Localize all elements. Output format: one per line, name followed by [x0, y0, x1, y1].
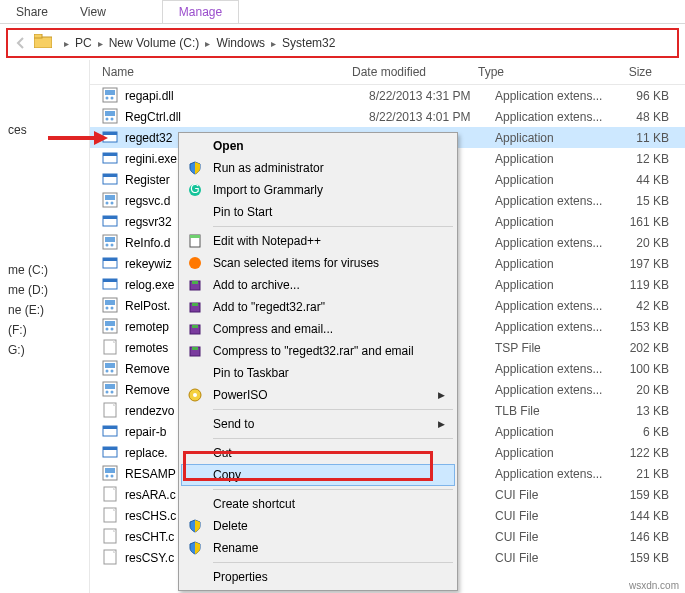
svg-point-5 [111, 97, 114, 100]
chevron-right-icon[interactable]: ▸ [271, 38, 276, 49]
tree-item[interactable]: (F:) [0, 320, 89, 340]
svg-point-8 [106, 118, 109, 121]
ctx-pin-start[interactable]: Pin to Start [181, 201, 455, 223]
svg-point-37 [111, 328, 114, 331]
file-icon [102, 360, 119, 377]
ctx-copy[interactable]: Copy [181, 464, 455, 486]
ctx-grammarly[interactable]: GImport to Grammarly [181, 179, 455, 201]
ctx-notepad[interactable]: Edit with Notepad++ [181, 230, 455, 252]
submenu-arrow-icon: ▶ [438, 390, 445, 400]
crumb-windows[interactable]: Windows [216, 36, 265, 50]
tree-item[interactable]: me (C:) [0, 260, 89, 280]
ctx-create-shortcut[interactable]: Create shortcut [181, 493, 455, 515]
svg-rect-3 [105, 90, 115, 95]
nav-tree[interactable]: ces me (C:) me (D:) ne (E:) (F:) G:) [0, 60, 90, 593]
tab-share[interactable]: Share [0, 1, 64, 23]
ctx-compress-email[interactable]: Compress and email... [181, 318, 455, 340]
file-row[interactable]: regapi.dll8/22/2013 4:31 PMApplication e… [90, 85, 685, 106]
file-size: 12 KB [619, 152, 679, 166]
column-headers[interactable]: Name Date modified Type Size [90, 60, 685, 85]
tree-item[interactable]: ne (E:) [0, 300, 89, 320]
ctx-scan[interactable]: Scan selected items for viruses [181, 252, 455, 274]
crumb-pc[interactable]: PC [75, 36, 92, 50]
crumb-volume[interactable]: New Volume (C:) [109, 36, 200, 50]
svg-point-25 [111, 244, 114, 247]
watermark: wsxdn.com [629, 580, 679, 591]
svg-rect-21 [103, 216, 117, 219]
back-arrow-icon[interactable] [12, 34, 30, 52]
ctx-archive[interactable]: Add to archive... [181, 274, 455, 296]
svg-text:G: G [190, 183, 199, 196]
svg-point-64 [189, 257, 201, 269]
svg-rect-66 [192, 281, 198, 284]
svg-point-32 [106, 307, 109, 310]
file-size: 13 KB [619, 404, 679, 418]
file-icon [102, 129, 119, 146]
shield-icon [185, 158, 205, 178]
file-size: 96 KB [619, 89, 679, 103]
file-size: 146 KB [619, 530, 679, 544]
file-size: 159 KB [619, 551, 679, 565]
header-name[interactable]: Name [102, 65, 352, 79]
svg-point-41 [106, 370, 109, 373]
file-type: Application [495, 425, 619, 439]
tree-item[interactable]: me (D:) [0, 280, 89, 300]
ribbon-tabs: Share View Manage [0, 0, 685, 24]
ctx-addto-rar[interactable]: Add to "regedt32.rar" [181, 296, 455, 318]
file-icon [102, 171, 119, 188]
file-date: 8/22/2013 4:01 PM [369, 110, 495, 124]
file-size: 144 KB [619, 509, 679, 523]
ctx-poweriso[interactable]: PowerISO▶ [181, 384, 455, 406]
file-size: 44 KB [619, 173, 679, 187]
file-type: Application extens... [495, 110, 619, 124]
winrar-icon [185, 275, 205, 295]
tab-manage[interactable]: Manage [162, 0, 239, 23]
svg-rect-27 [103, 258, 117, 261]
tree-item[interactable]: ces [0, 120, 89, 140]
file-type: Application extens... [495, 383, 619, 397]
chevron-right-icon[interactable]: ▸ [98, 38, 103, 49]
chevron-right-icon[interactable]: ▸ [64, 38, 69, 49]
ctx-properties[interactable]: Properties [181, 566, 455, 588]
svg-rect-51 [103, 447, 117, 450]
header-type[interactable]: Type [478, 65, 602, 79]
ctx-open[interactable]: Open [181, 135, 455, 157]
chevron-right-icon[interactable]: ▸ [205, 38, 210, 49]
ctx-cut[interactable]: Cut [181, 442, 455, 464]
svg-point-74 [193, 393, 197, 397]
file-type: TLB File [495, 404, 619, 418]
svg-rect-29 [103, 279, 117, 282]
ctx-run-as-admin[interactable]: Run as administrator [181, 157, 455, 179]
ctx-sendto[interactable]: Send to▶ [181, 413, 455, 435]
file-row[interactable]: RegCtrl.dll8/22/2013 4:01 PMApplication … [90, 106, 685, 127]
svg-rect-7 [105, 111, 115, 116]
tree-item[interactable]: G:) [0, 340, 89, 360]
svg-point-33 [111, 307, 114, 310]
ctx-delete[interactable]: Delete [181, 515, 455, 537]
winrar-icon [185, 341, 205, 361]
file-size: 42 KB [619, 299, 679, 313]
ctx-pin-taskbar[interactable]: Pin to Taskbar [181, 362, 455, 384]
file-icon [102, 192, 119, 209]
svg-point-42 [111, 370, 114, 373]
ctx-rename[interactable]: Rename [181, 537, 455, 559]
svg-rect-11 [103, 132, 117, 135]
crumb-system32[interactable]: System32 [282, 36, 335, 50]
ctx-compress-to-email[interactable]: Compress to "regedt32.rar" and email [181, 340, 455, 362]
address-bar[interactable]: ▸ PC ▸ New Volume (C:) ▸ Windows ▸ Syste… [6, 28, 679, 58]
file-icon [102, 402, 119, 419]
svg-point-54 [106, 475, 109, 478]
menu-separator [213, 409, 453, 410]
tab-view[interactable]: View [64, 1, 122, 23]
winrar-icon [185, 319, 205, 339]
svg-rect-49 [103, 426, 117, 429]
file-size: 153 KB [619, 320, 679, 334]
svg-rect-35 [105, 321, 115, 326]
submenu-arrow-icon: ▶ [438, 419, 445, 429]
header-date[interactable]: Date modified [352, 65, 478, 79]
file-type: Application extens... [495, 299, 619, 313]
file-icon [102, 276, 119, 293]
file-icon [102, 528, 119, 545]
file-size: 48 KB [619, 110, 679, 124]
header-size[interactable]: Size [602, 65, 662, 79]
